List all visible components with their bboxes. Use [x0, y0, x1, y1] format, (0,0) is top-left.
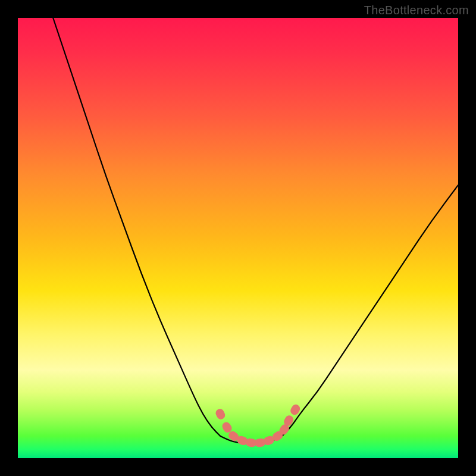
- marker-group: [214, 403, 302, 447]
- right-curve: [282, 185, 458, 436]
- chart-frame: TheBottleneck.com: [0, 0, 476, 476]
- plot-area: [18, 18, 458, 458]
- curve-svg: [18, 18, 458, 458]
- marker-point: [214, 408, 227, 421]
- attribution-label: TheBottleneck.com: [364, 4, 469, 17]
- left-curve: [53, 18, 220, 436]
